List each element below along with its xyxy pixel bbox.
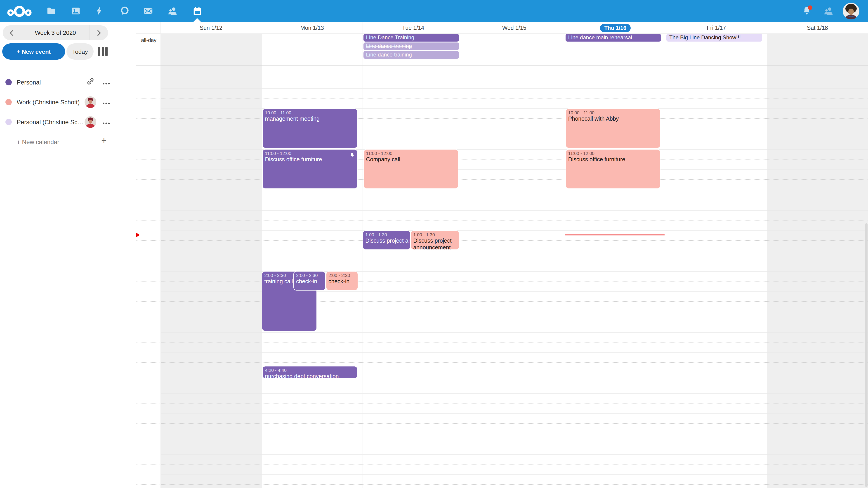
- day-header-label: Tue 1/14: [402, 25, 424, 31]
- new-event-button[interactable]: + New event: [2, 43, 65, 60]
- day-header[interactable]: Sat 1/18: [767, 22, 868, 33]
- new-calendar-button[interactable]: + New calendar +: [0, 132, 135, 152]
- all-day-event[interactable]: Line Dance Training: [363, 34, 459, 41]
- event-title: The Big Line Dancing Show!!!: [669, 34, 741, 41]
- calendar-event[interactable]: 10:00 - 11:00 management meeting: [262, 108, 358, 148]
- time-axis-label: [135, 190, 156, 199]
- top-navigation-bar: [0, 0, 868, 22]
- event-title: management meeting: [265, 116, 355, 123]
- day-header-label: Sat 1/18: [807, 25, 828, 31]
- event-title: Line dance main rehearsal: [568, 34, 632, 41]
- all-day-event[interactable]: Line dance main rehearsal: [565, 34, 661, 41]
- calendar-event[interactable]: 2:00 - 2:30 check-in: [293, 271, 326, 290]
- event-time: 11:00 - 12:00: [568, 150, 658, 156]
- all-day-event[interactable]: The Big Line Dancing Show!!!: [666, 34, 762, 41]
- time-axis-label: [135, 413, 156, 423]
- day-header[interactable]: Wed 1/15: [464, 22, 565, 33]
- calendar-menu-button[interactable]: [101, 98, 111, 107]
- previous-week-button[interactable]: [3, 25, 21, 40]
- calendar-color-dot: [5, 99, 12, 105]
- calendar-event[interactable]: 4:20 - 4:40 purchasing dept conversation: [262, 366, 358, 379]
- talk-app-button[interactable]: [114, 0, 134, 22]
- time-axis-label: [135, 68, 156, 77]
- event-title: Line dance training: [366, 43, 412, 49]
- day-header[interactable]: Tue 1/14: [363, 22, 464, 33]
- mail-envelope-icon: [143, 6, 154, 16]
- calendar-name: Work (Christine Schott): [17, 99, 80, 105]
- current-time-arrow: [135, 232, 140, 237]
- event-title: Line dance training: [366, 51, 412, 58]
- calendar-event[interactable]: 1:00 - 1:30 Discuss project announcement: [410, 230, 459, 250]
- calendar-color-dot: [5, 119, 12, 125]
- event-time: 10:00 - 11:00: [265, 109, 355, 116]
- weekend-column-shade-sunday: [160, 33, 261, 488]
- calendar-list-item[interactable]: Personal: [0, 72, 135, 92]
- photos-app-button[interactable]: [66, 0, 86, 22]
- contacts-app-button[interactable]: [163, 0, 183, 22]
- mail-app-button[interactable]: [138, 0, 158, 22]
- day-header[interactable]: Thu 1/16: [565, 22, 666, 33]
- event-time: 2:00 - 2:30: [296, 272, 323, 278]
- activity-app-button[interactable]: [90, 0, 110, 22]
- calendar-event[interactable]: 2:00 - 2:30 check-in: [326, 271, 358, 290]
- all-day-event[interactable]: Line dance training: [363, 42, 459, 50]
- photos-icon: [70, 6, 81, 16]
- day-header-label: Mon 1/13: [301, 25, 324, 31]
- event-title: Discuss office furniture: [568, 156, 658, 163]
- nextcloud-logo[interactable]: [5, 0, 33, 22]
- user-avatar-button[interactable]: [843, 3, 860, 20]
- day-header[interactable]: Mon 1/13: [261, 22, 363, 33]
- time-axis-label: [135, 291, 156, 301]
- calendar-app: Week 3 of 2020 + New event Today Persona…: [0, 0, 868, 488]
- calendar-menu-button[interactable]: [101, 119, 111, 127]
- time-axis-label: [135, 230, 156, 240]
- day-header[interactable]: Sun 1/12: [160, 22, 261, 33]
- event-time: 11:00 - 12:00: [366, 150, 456, 156]
- weekend-column-shade-saturday: [767, 33, 868, 488]
- time-axis-label: [135, 129, 156, 138]
- event-title: Phonecall with Abby: [568, 116, 658, 123]
- time-axis-label: [135, 454, 156, 464]
- vertical-scrollbar[interactable]: [865, 223, 868, 487]
- time-axis-label: [135, 251, 156, 260]
- all-day-event[interactable]: Line dance training: [363, 51, 459, 59]
- week-label-button[interactable]: Week 3 of 2020: [21, 25, 90, 40]
- three-dots-icon: [102, 122, 111, 125]
- calendar-event[interactable]: 2:00 - 3:30 training call: [261, 271, 317, 331]
- calendar-event[interactable]: 11:00 - 12:00 Discuss office furniture: [565, 149, 661, 189]
- calendar-list-item[interactable]: Personal (Christine Schott): [0, 112, 135, 132]
- three-dots-icon: [102, 82, 111, 85]
- calendar-name: Personal: [17, 79, 41, 86]
- event-title: Discuss project announcement: [413, 237, 456, 250]
- day-header[interactable]: Fri 1/17: [666, 22, 767, 33]
- lightning-icon: [94, 6, 104, 16]
- event-time: 1:00 - 1:30: [413, 232, 456, 237]
- day-header-label: Thu 1/16: [600, 24, 631, 32]
- event-time: 10:00 - 11:00: [568, 109, 658, 116]
- view-mode-button[interactable]: [98, 46, 107, 57]
- contacts-menu-button[interactable]: [819, 0, 839, 22]
- notifications-button[interactable]: [797, 0, 816, 22]
- three-dots-icon: [102, 102, 111, 105]
- files-app-button[interactable]: [41, 0, 61, 22]
- event-title: check-in: [329, 278, 355, 285]
- calendar-event[interactable]: 10:00 - 11:00 Phonecall with Abby: [565, 108, 661, 148]
- share-link-icon[interactable]: [86, 77, 95, 88]
- calendar-menu-button[interactable]: [101, 78, 111, 87]
- nextcloud-logo-icon: [6, 5, 33, 18]
- talk-bubble-icon: [119, 6, 129, 16]
- calendar-icon: [192, 6, 202, 17]
- today-button[interactable]: Today: [66, 43, 94, 60]
- next-week-button[interactable]: [90, 25, 108, 40]
- day-header-label: Fri 1/17: [707, 25, 726, 31]
- event-time: 2:00 - 2:30: [329, 272, 355, 278]
- calendar-list-item[interactable]: Work (Christine Schott): [0, 92, 135, 112]
- calendar-event[interactable]: 11:00 - 12:00 Discuss office furniture: [262, 149, 358, 189]
- folder-icon: [46, 6, 56, 16]
- calendar-event[interactable]: 1:00 - 1:30 Discuss project announcement: [363, 230, 410, 250]
- calendar-event[interactable]: 11:00 - 12:00 Company call: [363, 149, 458, 189]
- shared-by-avatar: [85, 96, 96, 108]
- time-axis-label: [135, 433, 156, 444]
- event-time: 4:20 - 4:40: [265, 367, 355, 373]
- time-axis-label: [135, 149, 156, 159]
